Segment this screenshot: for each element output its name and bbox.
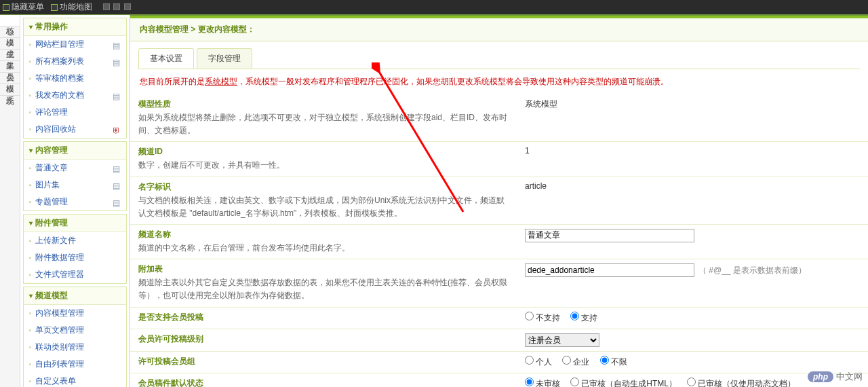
sidebar-item-file-mgr[interactable]: ▫文件式管理器 <box>24 266 126 283</box>
sidebar-item-content-model[interactable]: ▫内容模型管理 <box>24 305 126 322</box>
bullet-icon: ▫ <box>29 237 32 244</box>
label-title: 会员稿件默认状态 <box>138 377 509 388</box>
radio-input[interactable] <box>570 377 579 386</box>
hide-menu-btn[interactable]: 隐藏菜单 <box>3 1 44 13</box>
bullet-icon: ▫ <box>29 181 32 189</box>
row-channel-name: 频道名称频道的中文名称，在后台管理，前台发布等均使用此名字。 <box>130 224 868 259</box>
radio-label: 不支持 <box>536 313 560 322</box>
side-header[interactable]: ▾附件管理 <box>24 215 126 232</box>
bullet-icon: ▫ <box>29 377 32 385</box>
side-section-common: ▾常用操作 ▫网站栏目管理▤ ▫所有档案列表▤ ▫等审核的档案 ▫我发布的文档▤… <box>23 18 127 139</box>
dot-icon <box>124 3 131 10</box>
page-icon: ▤ <box>113 58 121 66</box>
sidebar-item-label: 联动类别管理 <box>35 342 84 353</box>
sidebar-item-free-list[interactable]: ▫自由列表管理 <box>24 356 126 373</box>
bullet-icon: ▫ <box>29 164 32 172</box>
member-level-select[interactable]: 注册会员 <box>525 333 599 347</box>
grid-icon <box>51 4 58 11</box>
sidebar: ▾常用操作 ▫网站栏目管理▤ ▫所有档案列表▤ ▫等审核的档案 ▫我发布的文档▤… <box>20 15 130 387</box>
radio-input[interactable] <box>687 377 696 386</box>
side-header[interactable]: ▾常用操作 <box>24 18 126 35</box>
left-tab-collect[interactable]: 采集 <box>0 50 20 61</box>
radio-enterprise[interactable]: 企业 <box>562 357 589 367</box>
sidebar-item-my-docs[interactable]: ▫我发布的文档▤ <box>24 87 126 104</box>
tab-fields[interactable]: 字段管理 <box>197 48 252 69</box>
radio-input[interactable] <box>525 312 534 320</box>
sidebar-item-recycle[interactable]: ▫内容回收站⛨ <box>24 121 126 138</box>
sidebar-item-label: 网站栏目管理 <box>35 39 84 50</box>
radio-input[interactable] <box>525 356 534 365</box>
tab-basic[interactable]: 基本设置 <box>138 48 194 69</box>
side-header[interactable]: ▾频道模型 <box>24 287 126 304</box>
row-channel-id: 频道ID数字，创建后不可更改，并具有唯一性。 1 <box>130 142 868 177</box>
bullet-icon: ▫ <box>29 361 32 368</box>
sidebar-item-label: 自定义表单 <box>35 375 76 387</box>
sidebar-item-comments[interactable]: ▫评论管理 <box>24 104 126 121</box>
radio-no-support[interactable]: 不支持 <box>525 313 560 322</box>
warning-text: 您目前所展开的是系统模型，系统模型一般对发布程序和管理程序已经固化，如果您胡乱更… <box>130 69 868 94</box>
bullet-icon: ▫ <box>29 327 32 334</box>
bullet-icon: ▫ <box>29 58 32 65</box>
sidebar-item-label: 图片集 <box>35 179 60 191</box>
sidebar-item-site-column[interactable]: ▫网站栏目管理▤ <box>24 36 126 53</box>
row-member-group: 许可投稿会员组 个人 企业 不限 <box>130 351 868 373</box>
addon-table-input[interactable] <box>525 263 694 277</box>
channel-name-input[interactable] <box>525 229 694 242</box>
page-icon: ▤ <box>113 41 121 49</box>
left-tab-system[interactable]: 系统 <box>0 84 20 96</box>
radio-audited-dynamic[interactable]: 已审核（仅使用动态文档） <box>687 379 795 388</box>
bullet-icon: ▫ <box>29 126 32 133</box>
side-header[interactable]: ▾内容管理 <box>24 142 126 159</box>
label-desc: 如果为系统模型将禁止删除，此选项不可更改，对于独立模型，系统强制创建字段aid、… <box>138 111 509 137</box>
warn-p1: 您目前所展开的是 <box>140 77 205 86</box>
sidebar-item-topic[interactable]: ▫专题管理▤ <box>24 194 126 210</box>
side-header-label: 常用操作 <box>35 21 68 33</box>
page-icon: ▤ <box>113 92 121 100</box>
sidebar-item-single-page[interactable]: ▫单页文档管理 <box>24 322 126 339</box>
radio-label: 不限 <box>611 357 627 367</box>
bullet-icon: ▫ <box>29 254 32 261</box>
radio-input[interactable] <box>570 312 579 320</box>
left-tab-module[interactable]: 模块 <box>0 26 20 38</box>
sidebar-item-upload[interactable]: ▫上传新文件 <box>24 232 126 249</box>
left-tab-template[interactable]: 模板 <box>0 73 20 84</box>
radio-label: 已审核（仅使用动态文档） <box>698 379 795 388</box>
label-title: 模型性质 <box>138 98 509 110</box>
radio-unaudited[interactable]: 未审核 <box>525 379 560 388</box>
sidebar-item-all-docs[interactable]: ▫所有档案列表▤ <box>24 53 126 70</box>
left-tab-generate[interactable]: 生成 <box>0 38 20 50</box>
radio-audited-html[interactable]: 已审核（自动生成HTML） <box>570 379 677 388</box>
bullet-icon: ▫ <box>29 310 32 317</box>
sidebar-item-label: 内容模型管理 <box>35 308 84 319</box>
page-icon: ▤ <box>113 181 121 189</box>
form-table: 模型性质如果为系统模型将禁止删除，此选项不可更改，对于独立模型，系统强制创建字段… <box>130 94 868 387</box>
sidebar-item-gallery[interactable]: ▫图片集▤ <box>24 177 126 194</box>
label-title: 频道ID <box>138 146 509 158</box>
sidebar-item-attach-data[interactable]: ▫附件数据管理 <box>24 249 126 266</box>
sidebar-item-article[interactable]: ▫普通文章▤ <box>24 160 126 177</box>
left-tab-member[interactable]: 会员 <box>0 61 20 73</box>
radio-support[interactable]: 支持 <box>570 313 597 322</box>
sidebar-item-label: 上传新文件 <box>35 235 76 246</box>
sidebar-item-pending[interactable]: ▫等审核的档案 <box>24 70 126 87</box>
radio-input[interactable] <box>562 356 571 365</box>
sidebar-item-label: 普通文章 <box>35 162 68 174</box>
row-model-nature: 模型性质如果为系统模型将禁止删除，此选项不可更改，对于独立模型，系统强制创建字段… <box>130 94 868 142</box>
radio-label: 企业 <box>573 357 589 367</box>
func-map-btn[interactable]: 功能地图 <box>51 1 92 13</box>
radio-input[interactable] <box>525 377 534 386</box>
row-name-flag: 名字标识与文档的模板相关连，建议由英文、数字或下划线组成，因为部份Unix系统无… <box>130 177 868 224</box>
bullet-icon: ▫ <box>29 344 32 351</box>
bullet-icon: ▫ <box>29 75 32 82</box>
caret-down-icon: ▾ <box>29 147 33 154</box>
left-tab-core[interactable]: 核心 <box>0 15 20 26</box>
sidebar-item-label: 文件式管理器 <box>35 269 84 280</box>
sidebar-item-custom-form[interactable]: ▫自定义表单 <box>24 373 126 387</box>
bullet-icon: ▫ <box>29 198 32 206</box>
sidebar-item-linkage[interactable]: ▫联动类别管理 <box>24 339 126 356</box>
radio-unlimited[interactable]: 不限 <box>600 357 627 367</box>
side-header-label: 附件管理 <box>35 217 68 229</box>
label-title: 频道名称 <box>138 229 509 240</box>
radio-personal[interactable]: 个人 <box>525 357 552 367</box>
radio-input[interactable] <box>600 356 609 365</box>
